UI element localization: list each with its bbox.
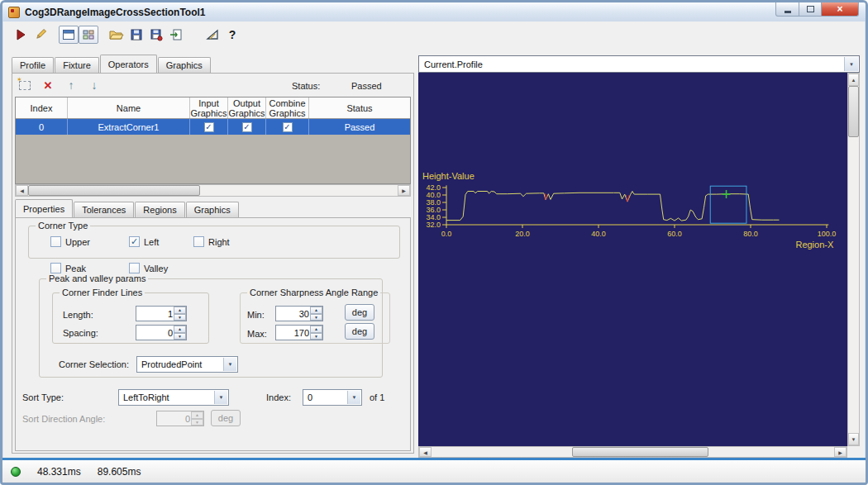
cell-status: Passed <box>309 119 410 135</box>
run-button[interactable] <box>11 26 31 44</box>
spacing-stepper[interactable]: 0 ▲▼ <box>136 325 187 340</box>
display-record-dropdown[interactable]: Current.Profile ▼ <box>418 55 860 73</box>
add-operator-button[interactable] <box>17 78 32 93</box>
operators-page: ✕ ↑ ↓ Status: Passed Index Name InputGra… <box>12 73 414 454</box>
tab-properties[interactable]: Properties <box>15 199 73 217</box>
svg-text:0.0: 0.0 <box>441 230 452 238</box>
edit-button[interactable] <box>31 26 50 44</box>
tab-graphics-sub[interactable]: Graphics <box>186 202 239 217</box>
column-header-output-graphics[interactable]: OutputGraphics <box>228 97 266 118</box>
move-up-button[interactable]: ↑ <box>64 78 79 93</box>
chevron-down-icon: ▼ <box>844 57 858 71</box>
left-checkbox-box[interactable]: ✓ <box>129 236 140 247</box>
sort-type-dropdown[interactable]: LeftToRight ▼ <box>118 389 229 406</box>
svg-text:32.0: 32.0 <box>426 221 441 229</box>
cell-name: ExtractCorner1 <box>68 119 190 135</box>
upper-checkbox[interactable]: Upper <box>50 236 90 247</box>
max-angle-stepper[interactable]: 170 ▲▼ <box>275 325 323 340</box>
show-display-grid-button[interactable] <box>79 26 98 44</box>
tab-operators[interactable]: Operators <box>100 55 157 73</box>
column-header-combine-graphics[interactable]: CombineGraphics <box>266 97 309 118</box>
min-deg-button[interactable]: deg <box>345 304 374 321</box>
length-down-arrow[interactable]: ▼ <box>174 314 186 321</box>
scrollbar-track[interactable] <box>200 185 398 196</box>
min-down-arrow[interactable]: ▼ <box>310 314 322 321</box>
scroll-left-button[interactable]: ◀ <box>419 447 432 457</box>
max-deg-button[interactable]: deg <box>345 323 374 340</box>
scrollbar-track[interactable] <box>708 447 834 457</box>
save-record-button[interactable] <box>146 26 166 44</box>
max-down-arrow[interactable]: ▼ <box>310 333 322 340</box>
output-graphics-checkbox[interactable]: ✓ <box>242 122 252 132</box>
tab-profile[interactable]: Profile <box>12 57 54 73</box>
input-graphics-checkbox[interactable]: ✓ <box>204 122 214 132</box>
spacing-up-arrow[interactable]: ▲ <box>174 326 186 333</box>
length-stepper[interactable]: 1 ▲▼ <box>136 306 187 321</box>
arrow-down-icon: ↓ <box>92 78 98 92</box>
min-angle-stepper[interactable]: 30 ▲▼ <box>275 306 323 321</box>
move-down-button[interactable]: ↓ <box>87 78 102 93</box>
max-up-arrow[interactable]: ▲ <box>310 326 322 333</box>
right-checkbox-box[interactable] <box>193 236 204 247</box>
tab-graphics[interactable]: Graphics <box>158 57 211 73</box>
valley-checkbox-box[interactable] <box>129 263 140 273</box>
scroll-up-button[interactable]: ▲ <box>848 74 859 86</box>
table-row[interactable]: 0 ExtractCorner1 ✓ ✓ ✓ Passed <box>16 119 410 135</box>
peak-checkbox-label: Peak <box>65 264 86 273</box>
corner-selection-dropdown[interactable]: ProtrudedPoint ▼ <box>136 356 238 373</box>
chevron-down-icon: ▼ <box>347 391 360 404</box>
corner-type-group-title: Corner Type <box>36 221 90 231</box>
min-up-arrow[interactable]: ▲ <box>310 307 322 314</box>
open-button[interactable] <box>107 26 126 44</box>
peak-checkbox-box[interactable] <box>50 263 61 273</box>
svg-text:40.0: 40.0 <box>591 230 606 238</box>
svg-text:80.0: 80.0 <box>743 230 758 238</box>
peak-checkbox[interactable]: Peak <box>50 263 86 273</box>
spacing-value: 0 <box>138 326 173 340</box>
right-checkbox[interactable]: Right <box>193 236 230 247</box>
execution-time: 48.331ms <box>37 466 81 478</box>
titlebar[interactable]: Cog3DRangeImageCrossSectionTool1 <box>2 2 866 21</box>
corner-selection-value: ProtrudedPoint <box>141 359 202 369</box>
tab-tolerances[interactable]: Tolerances <box>74 202 134 217</box>
help-button[interactable]: ? <box>222 26 242 44</box>
scroll-left-button[interactable]: ◀ <box>16 185 28 196</box>
combine-graphics-checkbox[interactable]: ✓ <box>283 122 293 132</box>
delete-operator-button[interactable]: ✕ <box>41 78 55 93</box>
show-result-window-button[interactable] <box>59 26 79 44</box>
import-button[interactable] <box>166 26 186 44</box>
left-checkbox[interactable]: ✓ Left <box>129 236 159 247</box>
index-dropdown[interactable]: 0 ▼ <box>303 389 362 406</box>
scroll-right-button[interactable]: ▶ <box>398 185 410 196</box>
close-button[interactable]: × <box>822 2 859 17</box>
corner-finder-lines-title: Corner Finder Lines <box>60 288 145 297</box>
svg-text:Height-Value: Height-Value <box>422 171 475 181</box>
scrollbar-thumb[interactable] <box>28 185 200 196</box>
tab-fixture[interactable]: Fixture <box>55 57 99 73</box>
profile-plot[interactable]: 42.040.038.036.034.032.00.020.040.060.08… <box>418 73 847 446</box>
spacing-down-arrow[interactable]: ▼ <box>174 333 186 340</box>
column-header-status[interactable]: Status <box>309 97 410 118</box>
save-button[interactable] <box>126 26 146 44</box>
maximize-button[interactable] <box>799 2 822 17</box>
scroll-down-button[interactable]: ▼ <box>848 433 859 445</box>
column-header-name[interactable]: Name <box>68 97 190 118</box>
table-horizontal-scrollbar: ◀ ▶ <box>15 184 411 197</box>
valley-checkbox[interactable]: Valley <box>129 263 168 273</box>
status-bar: 48.331ms 89.605ms <box>2 458 866 483</box>
column-header-input-graphics[interactable]: InputGraphics <box>190 97 228 118</box>
scroll-right-button[interactable]: ▶ <box>834 447 847 457</box>
corner-sharpness-title: Corner Sharpness Angle Range <box>247 288 380 297</box>
upper-checkbox-box[interactable] <box>50 236 61 247</box>
scrollbar-thumb[interactable] <box>572 447 708 457</box>
length-up-arrow[interactable]: ▲ <box>174 307 186 314</box>
column-header-index[interactable]: Index <box>16 97 68 118</box>
scrollbar-thumb[interactable] <box>848 86 859 137</box>
angle-measure-button[interactable] <box>203 26 222 44</box>
scrollbar-track[interactable] <box>848 137 859 433</box>
plot-vertical-scrollbar: ▲ ▼ <box>847 73 860 446</box>
tab-regions[interactable]: Regions <box>135 202 184 217</box>
scrollbar-track[interactable] <box>432 447 572 457</box>
minimize-button[interactable] <box>775 2 799 17</box>
save-record-icon <box>150 28 163 41</box>
